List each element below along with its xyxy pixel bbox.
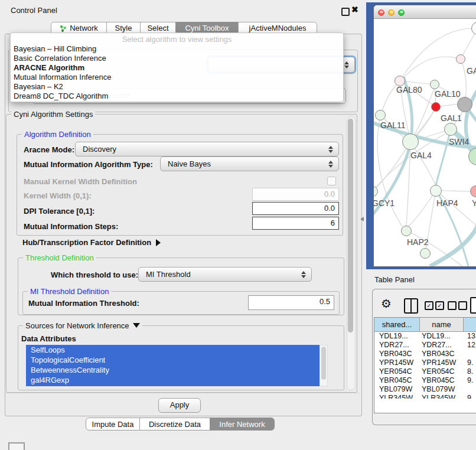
table-cell: 8. — [467, 367, 473, 376]
table-cell: YBR045C — [422, 376, 455, 385]
mi-algorithm-type-combo[interactable]: Naive Bayes — [160, 156, 339, 171]
algorithm-option[interactable]: Dream8 DC_TDC Algorithm — [14, 92, 340, 101]
settings-gear-icon[interactable]: ⚙ — [381, 298, 392, 309]
attributes-scrollbar[interactable] — [319, 345, 328, 386]
algorithm-option[interactable]: Basic Correlation Inference — [14, 54, 340, 63]
tab-cyni-toolbox[interactable]: Cyni Toolbox — [175, 22, 239, 34]
table-panel-title: Table Panel — [374, 275, 415, 284]
network-node-label: GAL — [467, 66, 476, 76]
data-attribute-item[interactable]: TopologicalCoefficient — [26, 355, 319, 365]
network-node-label: GAL4 — [410, 151, 432, 160]
document-icon[interactable] — [470, 297, 476, 314]
checked-box-icon[interactable]: ✓ — [435, 301, 444, 310]
network-node-label: GAL10 — [435, 89, 461, 99]
network-node[interactable] — [401, 226, 412, 236]
dpi-tolerance-field[interactable]: 0.0 — [252, 202, 339, 215]
tab-discretize-data[interactable]: Discretize Data — [139, 418, 210, 431]
table-row[interactable]: YBL079WYBL079W — [374, 385, 476, 394]
tab-jactivemnodules[interactable]: jActiveMNodules — [238, 22, 317, 34]
network-node[interactable] — [402, 133, 419, 150]
column-header-shared-name[interactable]: shared... — [374, 318, 420, 332]
algorithm-option[interactable]: ARACNE Algorithm — [14, 63, 340, 73]
column-layout-icon[interactable] — [404, 298, 418, 314]
settings-vertical-scrollbar[interactable] — [347, 116, 356, 390]
table-cell: YPR145W — [422, 358, 456, 367]
scrollbar-thumb[interactable] — [321, 347, 326, 380]
data-attribute-item[interactable]: SelfLoops — [26, 345, 319, 355]
table-row[interactable]: YDR27...YDR27...12 — [374, 341, 476, 350]
unchecked-box-icon[interactable] — [448, 301, 457, 310]
minimized-panel-icon[interactable] — [8, 442, 25, 450]
table-row[interactable]: YDL19...YDL19...13 — [374, 332, 476, 341]
data-attribute-item[interactable]: BetweennessCentrality — [26, 365, 319, 375]
table-row[interactable]: YPR145WYPR145W9. — [374, 358, 476, 367]
tab-network[interactable]: Network — [51, 22, 107, 34]
which-threshold-value: MI Threshold — [146, 270, 191, 279]
combo-arrows-icon — [301, 271, 306, 278]
sources-title: Sources for Network Inference — [23, 321, 142, 330]
table-cell: YLR345W — [422, 394, 455, 399]
close-icon[interactable]: ✖ — [351, 5, 358, 14]
traffic-light-close-icon[interactable] — [378, 9, 384, 16]
network-view-window[interactable]: GALGAL80GAL10GAL1GAL11SWI4GAL4GCY1HAP4YH… — [373, 5, 476, 267]
table-row[interactable]: YLR345WYLR345W9. — [374, 394, 476, 399]
table-cell: YDL19... — [422, 332, 451, 341]
attribute-table: shared... name YDL19...YDL19...13YDR27..… — [374, 317, 476, 413]
traffic-light-minimize-icon[interactable] — [388, 9, 395, 16]
expander-arrow-icon — [156, 239, 161, 246]
table-cell: YBR043C — [379, 350, 412, 358]
network-node[interactable] — [431, 102, 441, 112]
data-attribute-item[interactable]: gal4RGexp — [26, 375, 319, 385]
tab-style[interactable]: Style — [106, 22, 141, 34]
table-row[interactable]: YER054CYER054C8. — [374, 367, 476, 376]
column-header-attr[interactable] — [464, 318, 476, 332]
network-node-label: Y — [472, 198, 476, 208]
network-node[interactable] — [444, 123, 457, 136]
table-row[interactable]: YBR043CYBR043C — [374, 350, 476, 358]
mutual-information-threshold-field[interactable]: 0.5 — [248, 295, 334, 310]
table-cell: YER054C — [379, 367, 412, 376]
tab-infer-network[interactable]: Infer Network — [210, 418, 275, 431]
data-attributes-list[interactable]: SelfLoopsTopologicalCoefficientBetweenne… — [26, 345, 319, 386]
unchecked-box-icon[interactable] — [458, 301, 467, 310]
apply-button[interactable]: Apply — [158, 398, 201, 413]
manual-kernel-width-checkbox[interactable] — [327, 177, 336, 185]
table-cell: YDL19... — [379, 332, 408, 341]
traffic-light-zoom-icon[interactable] — [398, 9, 405, 16]
network-node[interactable] — [430, 80, 439, 89]
network-node[interactable] — [375, 110, 386, 120]
tab-select[interactable]: Select — [140, 22, 176, 34]
algorithm-definition-title: Algorithm Definition — [22, 130, 93, 139]
hub-definition-expander[interactable]: Hub/Transcription Factor Definition — [22, 237, 161, 247]
cyni-settings-title: Cyni Algorithm Settings — [11, 110, 95, 119]
mi-steps-field[interactable]: 6 — [252, 217, 339, 230]
network-node[interactable] — [420, 248, 431, 259]
network-node[interactable] — [457, 97, 472, 112]
network-node-label: GCY1 — [373, 198, 395, 208]
scrollbar-thumb[interactable] — [348, 119, 353, 332]
collapse-arrow-icon — [133, 323, 140, 328]
algorithm-option[interactable]: Bayesian – K2 — [14, 82, 340, 92]
table-cell: YBL079W — [379, 385, 412, 394]
network-node-label: GAL1 — [441, 113, 462, 123]
tab-impute-data[interactable]: Impute Data — [86, 418, 140, 431]
table-cell: 13 — [467, 332, 475, 341]
table-cell: YDR27... — [379, 341, 409, 350]
float-window-icon[interactable] — [341, 8, 350, 16]
network-canvas[interactable]: GALGAL80GAL10GAL1GAL11SWI4GAL4GCY1HAP4YH… — [374, 19, 476, 266]
network-node[interactable] — [430, 185, 442, 197]
algorithm-option[interactable]: Bayesian – Hill Climbing — [14, 44, 340, 54]
table-row[interactable]: YBR045CYBR045C9. — [374, 376, 476, 385]
checked-box-icon[interactable]: ✓ — [425, 301, 433, 310]
network-node-label: HAP2 — [407, 237, 429, 247]
aracne-mode-combo[interactable]: Discovery — [75, 142, 339, 156]
panel-collapse-arrow-icon[interactable] — [360, 217, 364, 221]
network-node[interactable] — [456, 54, 465, 64]
network-window-titlebar[interactable] — [374, 5, 476, 19]
column-header-name[interactable]: name — [420, 318, 464, 332]
table-cell: YBR045C — [379, 376, 412, 385]
algorithm-option[interactable]: Mutual Information Inference — [14, 73, 340, 82]
table-cell: YLR345W — [379, 394, 413, 399]
which-threshold-combo[interactable]: MI Threshold — [138, 267, 312, 282]
kernel-width-field[interactable]: 0.0 — [252, 188, 339, 201]
